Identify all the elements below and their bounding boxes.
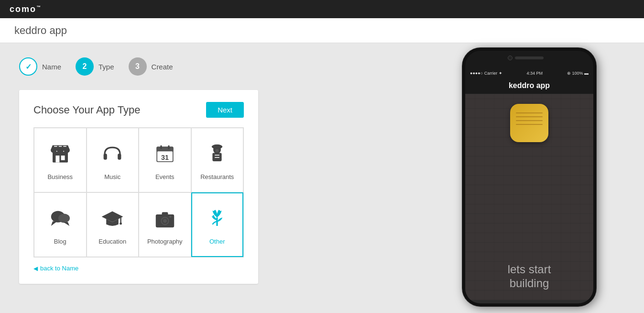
app-type-music[interactable]: Music bbox=[87, 128, 139, 192]
right-panel: ●●●●○ Carrier ✦ 4:34 PM ⊕ 100% ▬ keddro … bbox=[415, 43, 644, 313]
phone-speaker bbox=[515, 56, 544, 59]
subheader: keddro app bbox=[0, 18, 644, 43]
notepad-line-4 bbox=[516, 124, 543, 125]
back-link[interactable]: ◀ back to Name bbox=[33, 265, 244, 272]
phone-app-icon bbox=[510, 104, 548, 142]
app-type-grid: Business Music bbox=[33, 127, 244, 257]
back-link-text: back to Name bbox=[40, 265, 78, 272]
back-arrow-icon: ◀ bbox=[33, 265, 38, 272]
flower-icon bbox=[206, 207, 229, 233]
phone-camera bbox=[508, 56, 513, 60]
step-type-circle: 2 bbox=[76, 57, 94, 76]
app-type-education[interactable]: Education bbox=[87, 192, 139, 257]
app-type-events[interactable]: 31 Events bbox=[139, 128, 191, 192]
svg-rect-6 bbox=[104, 154, 107, 160]
chat-icon bbox=[49, 207, 72, 233]
blog-label: Blog bbox=[54, 238, 66, 245]
step-name-label: Name bbox=[42, 63, 61, 71]
topbar: como™ bbox=[0, 0, 644, 18]
calendar-icon: 31 bbox=[153, 142, 176, 168]
svg-rect-28 bbox=[162, 212, 168, 216]
step-create: 3 Create bbox=[129, 57, 173, 76]
svg-rect-13 bbox=[168, 145, 169, 149]
photography-label: Photography bbox=[147, 238, 183, 245]
camera-icon bbox=[153, 207, 176, 233]
app-name: keddro app bbox=[14, 24, 67, 37]
phone-footer-text: lets startbuilding bbox=[508, 263, 551, 291]
phone-status-bar: ●●●●○ Carrier ✦ 4:34 PM ⊕ 100% ▬ bbox=[465, 69, 593, 78]
svg-rect-3 bbox=[54, 146, 57, 147]
app-type-card: Choose Your App Type Next bbox=[19, 90, 258, 284]
svg-rect-12 bbox=[160, 145, 162, 149]
svg-marker-21 bbox=[51, 221, 57, 226]
svg-rect-0 bbox=[53, 152, 68, 162]
notepad-lines bbox=[516, 112, 543, 125]
logo-text: como bbox=[10, 4, 36, 14]
svg-rect-7 bbox=[118, 154, 121, 160]
education-label: Education bbox=[98, 238, 126, 245]
music-label: Music bbox=[104, 173, 120, 180]
logo-tm: ™ bbox=[36, 5, 42, 10]
step-type-label: Type bbox=[98, 63, 114, 71]
app-type-blog[interactable]: Blog bbox=[34, 192, 87, 257]
next-button[interactable]: Next bbox=[206, 102, 244, 118]
notepad-line-3 bbox=[516, 120, 543, 121]
svg-rect-9 bbox=[156, 147, 173, 152]
svg-rect-2 bbox=[61, 156, 65, 160]
status-right: ⊕ 100% ▬ bbox=[567, 71, 589, 76]
svg-rect-1 bbox=[55, 156, 59, 162]
svg-text:31: 31 bbox=[161, 154, 169, 161]
phone-screen: ●●●●○ Carrier ✦ 4:34 PM ⊕ 100% ▬ keddro … bbox=[465, 69, 593, 303]
app-type-restaurants[interactable]: Restaurants bbox=[191, 128, 244, 192]
card-title: Choose Your App Type bbox=[33, 104, 140, 116]
step-create-circle: 3 bbox=[129, 57, 147, 76]
status-left: ●●●●○ Carrier ✦ bbox=[470, 71, 502, 76]
svg-point-15 bbox=[212, 145, 222, 149]
steps-indicator: ✓ Name 2 Type 3 Create bbox=[19, 57, 395, 76]
chef-icon bbox=[206, 142, 229, 168]
step-type: 2 Type bbox=[76, 57, 114, 76]
card-header: Choose Your App Type Next bbox=[33, 102, 244, 118]
other-label: Other bbox=[209, 238, 225, 245]
step-name-circle: ✓ bbox=[19, 57, 37, 76]
status-time: 4:34 PM bbox=[527, 71, 543, 76]
notepad-line-1 bbox=[516, 112, 543, 113]
phone-content: lets startbuilding bbox=[465, 94, 593, 300]
graduation-icon bbox=[101, 207, 124, 233]
svg-rect-5 bbox=[63, 146, 66, 147]
svg-marker-24 bbox=[102, 212, 123, 222]
svg-point-31 bbox=[163, 219, 167, 223]
events-label: Events bbox=[155, 173, 175, 180]
svg-point-22 bbox=[58, 213, 70, 223]
main-content: ✓ Name 2 Type 3 Create Choose Your App T… bbox=[0, 43, 644, 313]
left-panel: ✓ Name 2 Type 3 Create Choose Your App T… bbox=[0, 43, 415, 313]
headphones-icon bbox=[101, 142, 124, 168]
logo: como™ bbox=[10, 4, 42, 14]
phone-mockup: ●●●●○ Carrier ✦ 4:34 PM ⊕ 100% ▬ keddro … bbox=[462, 48, 596, 306]
notepad-line-2 bbox=[516, 116, 543, 117]
step-create-label: Create bbox=[152, 63, 173, 71]
svg-point-17 bbox=[216, 149, 218, 152]
app-type-photography[interactable]: Photography bbox=[139, 192, 191, 257]
svg-rect-4 bbox=[59, 146, 62, 147]
app-type-business[interactable]: Business bbox=[34, 128, 87, 192]
restaurants-label: Restaurants bbox=[200, 173, 234, 180]
step-name: ✓ Name bbox=[19, 57, 61, 76]
app-type-other[interactable]: Other bbox=[191, 192, 244, 257]
svg-point-26 bbox=[120, 223, 122, 225]
business-label: Business bbox=[47, 173, 73, 180]
svg-point-32 bbox=[169, 215, 172, 218]
store-icon bbox=[49, 142, 72, 168]
phone-app-title: keddro app bbox=[465, 78, 593, 94]
